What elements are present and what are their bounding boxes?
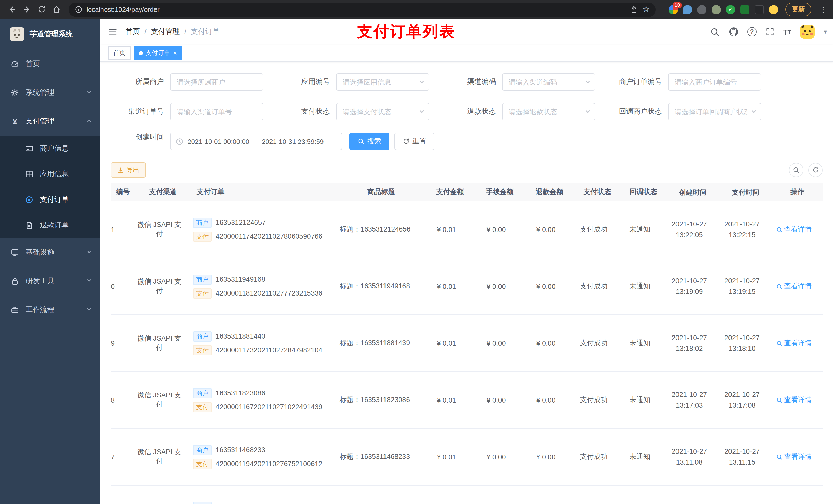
topbar: 首页 / 支付管理 / 支付订单 支付订单列表 ? bbox=[100, 19, 833, 45]
extension-colorful-icon[interactable]: 10 bbox=[669, 5, 678, 14]
breadcrumb-home[interactable]: 首页 bbox=[125, 27, 140, 37]
close-icon[interactable]: × bbox=[173, 50, 177, 56]
cell-notify: 未通知 bbox=[617, 395, 663, 405]
help-icon[interactable]: ? bbox=[747, 27, 756, 37]
sidebar-item-dev-tools[interactable]: 研发工具 bbox=[0, 267, 100, 295]
extension-puzzle-icon[interactable] bbox=[755, 5, 764, 14]
filter-merchant: 所属商户 bbox=[111, 73, 277, 91]
pay-status-select[interactable] bbox=[336, 103, 429, 120]
sidebar-item-home[interactable]: 首页 bbox=[0, 50, 100, 78]
table-row[interactable]: 商户 1635311157126 支付 bbox=[111, 485, 823, 504]
create-time-range-picker[interactable]: 2021-10-01 00:00:00 - 2021-10-31 23:59:5… bbox=[170, 133, 342, 150]
profile-avatar-icon[interactable] bbox=[769, 5, 778, 14]
sidebar-item-label: 支付订单 bbox=[40, 195, 69, 205]
cell-create-time: 2021-10-27 13:18:02 bbox=[663, 332, 716, 354]
cell-create-time: 2021-10-27 13:22:05 bbox=[663, 219, 716, 240]
sidebar-item-label: 退款订单 bbox=[40, 221, 69, 230]
merchant-tag: 商户 bbox=[193, 331, 212, 341]
sidebar-item-pay-order[interactable]: 支付订单 bbox=[0, 187, 100, 213]
table-row[interactable]: 18 微信 JSAPI 支付 商户 1635311823086 支付 bbox=[111, 372, 823, 429]
caret-down-icon[interactable]: ▾ bbox=[824, 28, 827, 35]
fullscreen-icon[interactable] bbox=[765, 27, 774, 37]
filter-row-2: 渠道订单号 支付状态 退款状态 bbox=[111, 103, 823, 120]
app-no-select[interactable] bbox=[336, 73, 429, 91]
cell-status: 支付成功 bbox=[571, 225, 617, 234]
filter-label: 创建时间 bbox=[111, 133, 170, 150]
table-row[interactable]: 17 微信 JSAPI 支付 商户 1635311468233 支付 bbox=[111, 429, 823, 485]
reset-button[interactable]: 重置 bbox=[395, 133, 434, 150]
extension-check-icon[interactable]: ✓ bbox=[726, 5, 735, 14]
cell-pay-time: 2021-10-27 13:17:08 bbox=[716, 389, 768, 411]
breadcrumb-payment[interactable]: 支付管理 bbox=[151, 27, 180, 37]
share-icon[interactable] bbox=[630, 6, 638, 13]
forward-icon[interactable] bbox=[20, 3, 34, 16]
browser-update-button[interactable]: 更新 bbox=[785, 3, 811, 16]
date-end: 2021-10-31 23:59:59 bbox=[262, 138, 324, 145]
search-button[interactable]: 搜索 bbox=[349, 133, 389, 150]
chevron-down-icon bbox=[585, 79, 591, 85]
export-button[interactable]: 导出 bbox=[111, 162, 146, 178]
view-detail-link[interactable]: 查看详情 bbox=[776, 395, 812, 405]
pay-order-no: 4200001181202110277723215336 bbox=[216, 289, 322, 297]
table-row[interactable]: 21 微信 JSAPI 支付 商户 1635312124657 支付 bbox=[111, 201, 823, 258]
merchant-tag: 商户 bbox=[193, 388, 212, 398]
cell-notify: 未通知 bbox=[617, 452, 663, 461]
cell-fee: ¥ 0.00 bbox=[471, 453, 521, 461]
address-bar[interactable]: localhost:1024/pay/order ☆ bbox=[69, 2, 656, 17]
cell-amount: ¥ 0.01 bbox=[422, 283, 471, 290]
col-header-fee: 手续金额 bbox=[475, 188, 525, 197]
search-icon[interactable] bbox=[710, 27, 719, 37]
channel-code-select[interactable] bbox=[502, 73, 595, 91]
extension-green-square-icon[interactable] bbox=[740, 5, 749, 14]
user-avatar[interactable] bbox=[800, 24, 815, 40]
view-detail-link[interactable]: 查看详情 bbox=[776, 452, 812, 461]
toggle-search-button[interactable] bbox=[789, 163, 803, 177]
view-detail-link[interactable]: 查看详情 bbox=[776, 282, 812, 291]
channel-order-no-input[interactable] bbox=[170, 103, 263, 120]
col-header-refund: 退款金额 bbox=[525, 188, 574, 197]
cell-action: 查看详情 bbox=[768, 282, 819, 291]
merchant-order-no-input[interactable] bbox=[668, 73, 761, 91]
back-icon[interactable] bbox=[5, 3, 19, 16]
github-icon[interactable] bbox=[728, 27, 738, 37]
pay-tag: 支付 bbox=[193, 459, 212, 469]
table-row[interactable]: 20 微信 JSAPI 支付 商户 1635311949168 支付 bbox=[111, 258, 823, 315]
merchant-input[interactable] bbox=[170, 73, 263, 91]
lock-icon bbox=[10, 277, 20, 285]
col-header-status: 支付状态 bbox=[574, 188, 620, 197]
sidebar-item-merchant-info[interactable]: 商户信息 bbox=[0, 136, 100, 161]
sidebar-item-app-info[interactable]: 应用信息 bbox=[0, 161, 100, 187]
sidebar-item-infrastructure[interactable]: 基础设施 bbox=[0, 238, 100, 267]
merchant-tag: 商户 bbox=[193, 274, 212, 285]
dashboard-icon bbox=[10, 60, 20, 68]
hamburger-icon[interactable] bbox=[108, 27, 117, 37]
tags-view-bar: 首页 支付订单 × bbox=[100, 45, 833, 62]
notify-status-select[interactable] bbox=[668, 103, 761, 120]
tab-home[interactable]: 首页 bbox=[108, 46, 130, 60]
browser-menu-icon[interactable]: ⋮ bbox=[820, 5, 827, 14]
reload-icon[interactable] bbox=[35, 3, 49, 16]
refresh-button[interactable] bbox=[808, 163, 823, 177]
filter-label: 应用编号 bbox=[277, 77, 336, 87]
cell-amount: ¥ 0.01 bbox=[422, 453, 471, 461]
sidebar-item-system[interactable]: 系统管理 bbox=[0, 78, 100, 107]
cell-title: 标题：1635311823086 bbox=[334, 395, 422, 405]
merchant-tag: 商户 bbox=[193, 217, 212, 228]
monitor-icon bbox=[10, 248, 20, 257]
yen-icon: ¥ bbox=[10, 117, 20, 126]
font-size-icon[interactable]: TT bbox=[783, 27, 791, 36]
home-icon[interactable] bbox=[50, 3, 64, 16]
site-info-icon[interactable] bbox=[75, 6, 82, 13]
extension-blue-icon[interactable] bbox=[683, 5, 692, 14]
view-detail-link[interactable]: 查看详情 bbox=[776, 225, 812, 234]
bookmark-star-icon[interactable]: ☆ bbox=[643, 6, 649, 13]
table-row[interactable]: 19 微信 JSAPI 支付 商户 1635311881440 支付 bbox=[111, 315, 823, 372]
tab-pay-order[interactable]: 支付订单 × bbox=[134, 46, 182, 60]
extension-dark-icon[interactable] bbox=[697, 5, 707, 14]
sidebar-item-refund-order[interactable]: 退款订单 bbox=[0, 213, 100, 238]
view-detail-link[interactable]: 查看详情 bbox=[776, 339, 812, 348]
sidebar-item-workflow[interactable]: 工作流程 bbox=[0, 295, 100, 324]
refund-status-select[interactable] bbox=[502, 103, 595, 120]
sidebar-item-payment[interactable]: ¥ 支付管理 bbox=[0, 107, 100, 136]
extension-olive-icon[interactable] bbox=[712, 5, 721, 14]
